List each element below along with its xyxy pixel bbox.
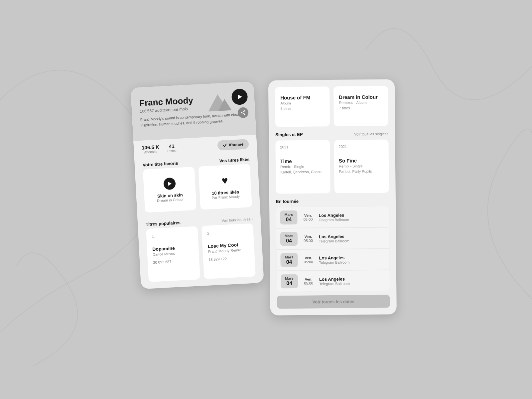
cards-container: Franc Moody 106'567 auditeurs par mois F… <box>132 77 400 322</box>
subscribers-label: Abonnés <box>142 150 160 154</box>
single-card-2[interactable]: 2021 So Fine Remix - Single Pat Loi, Par… <box>334 139 389 193</box>
album-card-1[interactable]: House of FM Album 8 titres <box>275 86 330 127</box>
tour-venue-4: Los Angeles Telegram Ballroom <box>319 276 386 286</box>
subscribers-stat: 106.5 K Abonnés <box>142 144 160 154</box>
fav-play-icon[interactable] <box>163 177 176 190</box>
tracks-stat: 41 Pistes <box>167 143 177 153</box>
track-plays-1: 30 092 687 <box>153 258 194 264</box>
tour-date-box-1: Mars 04 <box>280 210 297 224</box>
tour-item-4[interactable]: Mars 04 Ven. 05:00 Los Angeles Telegram … <box>277 270 390 292</box>
tour-venue-2: Los Angeles Telegram Ballroom <box>319 233 385 243</box>
single-title-2: So Fine <box>339 157 384 163</box>
svg-line-6 <box>242 111 244 112</box>
tracks-value: 41 <box>167 143 176 149</box>
single-title-1: Time <box>280 158 326 164</box>
tour-item-3[interactable]: Mars 04 Ven. 05:00 Los Angeles Telegram … <box>276 249 390 270</box>
single-type-1: Remix - Single <box>280 164 326 169</box>
tour-time-3: Ven. 05:00 <box>302 256 315 264</box>
track-card-1[interactable]: 1. Dopamine Dance Moves 30 092 687 <box>146 226 200 282</box>
liked-tracks-card[interactable]: ♥ 10 titres likés Par Franc Moody <box>198 164 252 209</box>
track-number-2: 2. <box>207 229 248 235</box>
track-card-2[interactable]: 2. Lose My Cool Franc Moody Remix 18 829… <box>201 223 256 279</box>
tour-title: En tournée <box>276 198 389 204</box>
tour-item-2[interactable]: Mars 04 Ven. 05:00 Los Angeles Telegram … <box>276 227 390 249</box>
mountain-decoration <box>204 92 232 114</box>
tour-date-box-3: Mars 04 <box>280 253 298 267</box>
popular-title: Titres populaires <box>146 220 181 227</box>
tracks-label: Pistes <box>167 149 177 153</box>
tracks-row: 1. Dopamine Dance Moves 30 092 687 2. Lo… <box>138 223 264 289</box>
heart-icon: ♥ <box>221 174 228 187</box>
single-card-1[interactable]: 2021 Time Remix - Single Kartell, Qendre… <box>275 140 330 194</box>
favorites-right-title: Vos titres likés <box>219 157 249 163</box>
single-year-1: 2021 <box>280 145 326 149</box>
artist-bio: Franc Moody's sound is contemporary funk… <box>140 111 247 128</box>
album-card-2[interactable]: Dream in Colour Remixes - Album 7 titres <box>333 86 388 126</box>
svg-marker-8 <box>168 181 172 186</box>
album-type-1: Album <box>280 101 324 105</box>
track-plays-2: 18 829 122 <box>208 255 249 261</box>
svg-point-4 <box>241 112 242 113</box>
albums-grid: House of FM Album 8 titres Dream in Colo… <box>275 86 388 127</box>
album-title-1: House of FM <box>280 94 324 100</box>
svg-point-3 <box>244 110 245 111</box>
album-title-2: Dream in Colour <box>339 94 383 100</box>
album-type-2: Remixes - Album <box>339 100 383 104</box>
album-tracks-2: 7 titres <box>339 105 383 110</box>
single-type-2: Remix - Single <box>339 164 384 168</box>
track-number-1: 1. <box>152 232 193 238</box>
singles-link[interactable]: Voir tous les singles › <box>354 132 388 136</box>
favorite-track-card[interactable]: Skin on skin Dream in Colour <box>143 167 197 212</box>
tour-date-box-4: Mars 04 <box>281 274 298 288</box>
tour-item-1[interactable]: Mars 04 Ven. 05:00 Los Angeles Telegram … <box>276 206 389 228</box>
tour-venue-3: Los Angeles Telegram Ballroom <box>319 255 385 264</box>
tour-time-4: Ven. 05:00 <box>302 277 315 285</box>
single-artists-2: Pat Loi, Party Pupils <box>339 169 384 173</box>
album-tracks-1: 8 titres <box>280 106 324 110</box>
singles-title: Singles et EP <box>275 132 303 137</box>
singles-header: Singles et EP Voir tous les singles › <box>275 131 388 137</box>
artist-card-left: Franc Moody 106'567 auditeurs par mois F… <box>131 81 264 289</box>
subscribers-value: 106.5 K <box>142 144 159 151</box>
single-artists-1: Kartell, Qendresa, Coops <box>280 170 326 174</box>
singles-grid: 2021 Time Remix - Single Kartell, Qendre… <box>275 139 389 194</box>
popular-link[interactable]: Voir tous les titres › <box>221 217 253 222</box>
right-card-content: House of FM Album 8 titres Dream in Colo… <box>268 79 397 315</box>
tour-date-box-2: Mars 04 <box>280 231 298 245</box>
svg-point-5 <box>244 113 245 115</box>
artist-card-right: House of FM Album 8 titres Dream in Colo… <box>268 79 397 315</box>
tour-list: Mars 04 Ven. 05:00 Los Angeles Telegram … <box>276 206 390 292</box>
tour-venue-1: Los Angeles Telegram Ballroom <box>319 212 385 222</box>
favorites-left-title: Votre titre favoris <box>143 161 178 168</box>
tour-time-1: Ven. 05:00 <box>301 213 315 221</box>
favorites-row: Skin on skin Dream in Colour ♥ 10 titres… <box>135 163 260 218</box>
artist-header: Franc Moody 106'567 auditeurs par mois F… <box>131 81 256 141</box>
svg-line-7 <box>242 113 244 114</box>
all-dates-button[interactable]: Voir toutes les dates <box>277 295 390 309</box>
svg-marker-2 <box>238 94 242 99</box>
tour-time-2: Ven. 05:00 <box>302 234 315 242</box>
single-year-2: 2021 <box>338 144 384 148</box>
subscribe-button[interactable]: Abonné <box>217 139 249 150</box>
